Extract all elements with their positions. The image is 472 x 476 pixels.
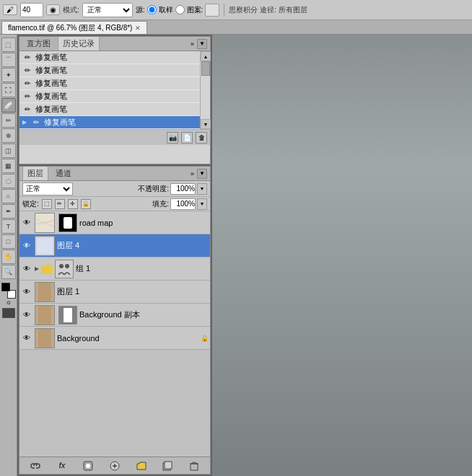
history-item-label: 修复画笔 <box>35 65 67 76</box>
tool-healing[interactable]: 🩹 <box>1 98 16 113</box>
tool-dodge[interactable]: ○ <box>1 189 16 203</box>
mode-select[interactable]: 正常 <box>82 3 133 17</box>
tool-marquee[interactable]: ⬚ <box>1 38 16 52</box>
adjustment-btn[interactable] <box>108 459 122 472</box>
panel-collapse-btn[interactable]: » <box>191 40 194 48</box>
tool-wand[interactable]: ✦ <box>1 68 16 82</box>
svg-rect-7 <box>56 260 73 278</box>
tool-shape[interactable]: □ <box>1 234 16 249</box>
lock-move-btn[interactable]: ✛ <box>68 199 78 209</box>
history-scrollbar[interactable]: ▲ ▼ <box>200 51 210 129</box>
layers-panel-collapse-btn[interactable]: » <box>191 170 194 177</box>
tool-lasso[interactable]: ⌒ <box>1 53 16 67</box>
history-item[interactable]: ✏ 修复画笔 <box>19 90 200 103</box>
history-new-snapshot-btn[interactable]: 📷 <box>167 132 178 144</box>
layer-visibility-btn[interactable]: 👁 <box>21 217 32 229</box>
layer-visibility-btn[interactable]: 👁 <box>21 309 32 321</box>
tool-zoom[interactable]: 🔍 <box>1 265 16 279</box>
brush-size-input[interactable]: 40 <box>20 3 43 17</box>
layer-visibility-btn[interactable]: 👁 <box>21 332 32 344</box>
group-expand-btn[interactable]: ▶ <box>35 265 39 272</box>
layer-visibility-btn[interactable]: 👁 <box>21 240 32 252</box>
tool-blur[interactable]: ◌ <box>1 174 16 188</box>
brush-icon: 🖌 <box>6 6 14 14</box>
foreground-color-swatch[interactable] <box>1 283 10 291</box>
layer-name: Background 副本 <box>79 309 209 320</box>
fill-group: 填充: 100% ▼ <box>152 198 207 210</box>
trash-icon <box>189 461 199 471</box>
tab-close-btn[interactable]: ✕ <box>135 25 141 32</box>
pattern-radio[interactable] <box>175 5 185 14</box>
layer-name: Background <box>57 334 198 343</box>
tab-histogram[interactable]: 直方图 <box>22 37 55 50</box>
layer-mask-thumbnail <box>58 213 77 232</box>
opacity-input[interactable]: 100% <box>170 183 196 195</box>
panel-menu-btn[interactable]: ▼ <box>197 39 207 49</box>
layer-item-layer4[interactable]: 👁 图层 4 <box>19 234 210 257</box>
delete-layer-btn[interactable] <box>187 459 201 472</box>
tab-history[interactable]: 历史记录 <box>58 37 100 50</box>
tool-brush[interactable]: ✏ <box>1 113 16 128</box>
layer-item-group1[interactable]: 👁 ▶ 组 1 <box>19 257 210 281</box>
layers-panel-menu-btn[interactable]: ▼ <box>197 169 207 179</box>
healing-icon: 🩹 <box>4 102 12 109</box>
group-layers-btn[interactable] <box>134 459 149 472</box>
svg-point-19 <box>86 464 90 468</box>
tool-crop[interactable]: ⛶ <box>1 83 16 97</box>
tool-text[interactable]: T <box>1 219 16 234</box>
lock-all-btn[interactable]: 🔒 <box>81 199 91 209</box>
history-item[interactable]: ✏ 修复画笔 <box>19 51 200 64</box>
text-icon: T <box>6 223 11 230</box>
lock-paint-btn[interactable]: ✏ <box>55 199 65 209</box>
lock-transparent-btn[interactable]: ⬚ <box>42 199 52 209</box>
svg-point-8 <box>59 264 64 268</box>
layer-item-bg-copy[interactable]: 👁 Background 副本 <box>19 304 210 327</box>
layers-lock-row: 锁定: ⬚ ✏ ✛ 🔒 填充: 100% ▼ <box>19 197 210 211</box>
history-item[interactable]: ✏ 修复画笔 <box>19 103 200 116</box>
tool-gradient[interactable]: ▦ <box>1 159 16 173</box>
brush-tool-btn[interactable]: 🖌 <box>3 4 17 15</box>
layer-name: 图层 1 <box>57 286 209 297</box>
crop-icon: ⛶ <box>5 87 12 94</box>
history-item-label: 修复画笔 <box>35 104 67 115</box>
layer-item-roadmap[interactable]: 👁 road map <box>19 211 210 234</box>
tool-hand[interactable]: ✋ <box>1 250 16 264</box>
brush-picker-btn[interactable]: ◉ <box>46 4 60 15</box>
canvas-area <box>212 35 472 476</box>
opacity-label: 不透明度: <box>138 184 169 194</box>
left-toolbar: ⬚ ⌒ ✦ ⛶ 🩹 ✏ ⊕ ◫ ▦ ◌ ○ ✒ T □ ✋ 🔍 ⊙ <box>0 35 17 476</box>
fx-btn[interactable]: fx <box>55 459 69 472</box>
scroll-up-btn[interactable]: ▲ <box>201 51 211 61</box>
link-layers-btn[interactable] <box>28 459 43 472</box>
sample-radio[interactable] <box>147 5 157 14</box>
pattern-picker-btn[interactable] <box>205 4 219 17</box>
layer-item-background[interactable]: 👁 Background 🔒 <box>19 327 210 350</box>
layer-visibility-btn[interactable]: 👁 <box>21 263 32 275</box>
scroll-thumb[interactable] <box>201 61 210 76</box>
adjustment-icon <box>110 461 120 471</box>
fill-input[interactable]: 100% <box>170 198 196 210</box>
scroll-down-btn[interactable]: ▼ <box>201 119 211 129</box>
add-mask-btn[interactable] <box>81 459 95 472</box>
history-new-doc-btn[interactable]: 📄 <box>181 132 193 144</box>
history-current-marker: ▶ <box>22 119 27 125</box>
tab-layers[interactable]: 图层 <box>22 167 48 180</box>
tool-pen[interactable]: ✒ <box>1 204 16 219</box>
history-item-selected[interactable]: ▶ ✏ 修复画笔 <box>19 116 200 129</box>
history-delete-btn[interactable]: 🗑 <box>196 132 207 144</box>
fill-arrow-btn[interactable]: ▼ <box>197 198 207 210</box>
quick-mask-btn[interactable] <box>2 308 15 318</box>
layer-mode-select[interactable]: 正常 <box>22 182 73 195</box>
layer-visibility-btn[interactable]: 👁 <box>21 286 32 298</box>
tool-eraser[interactable]: ◫ <box>1 144 16 158</box>
mode-toggle-btn[interactable]: ⊙ <box>6 300 11 306</box>
history-item[interactable]: ✏ 修复画笔 <box>19 64 200 77</box>
history-item[interactable]: ✏ 修复画笔 <box>19 77 200 90</box>
tab-channels[interactable]: 通道 <box>51 167 76 180</box>
document-tab[interactable]: flamenco.tif @ 66.7% (图层 4, RGB/8*) ✕ <box>1 21 147 34</box>
paintbrush-icon: ✏ <box>6 117 12 124</box>
opacity-arrow-btn[interactable]: ▼ <box>197 183 207 195</box>
new-layer-btn[interactable] <box>160 459 175 472</box>
layer-item-layer1[interactable]: 👁 图层 1 <box>19 281 210 304</box>
tool-clone[interactable]: ⊕ <box>1 128 16 143</box>
